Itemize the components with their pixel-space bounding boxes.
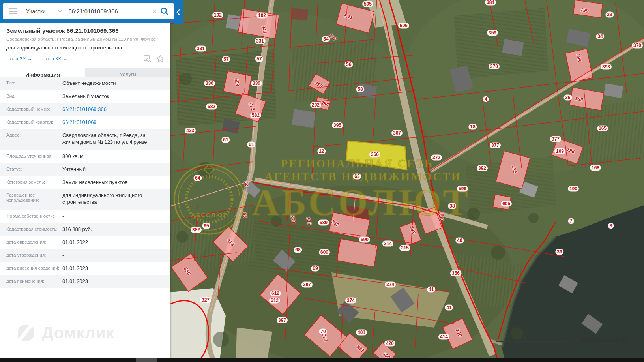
plan-zu-link[interactable]: План ЗУ → [6,56,32,62]
chevron-left-icon [176,9,180,15]
search-input[interactable] [68,8,150,15]
info-row-status: Статус: Учтенный [0,163,170,176]
map-attribution: ПКК © Росреестр 20 [579,337,628,343]
parcel-title: Земельный участок 66:21:0101069:366 [6,27,164,34]
map-canvas[interactable]: АБСОЛЮТ РЕГИОНАЛЬНАЯ СЕТЬ АГЕНТСТВ НЕДВИ… [170,0,644,362]
cadastral-map-app: АБСОЛЮТ РЕГИОНАЛЬНАЯ СЕТЬ АГЕНТСТВ НЕДВИ… [0,0,644,362]
watermark-line1: РЕГИОНАЛЬНАЯ СЕТЬ [281,157,433,170]
domclick-watermark: Домклик [16,323,114,343]
info-rows: Тип: Объект недвижимости Вид: Земельный … [0,77,170,288]
cadastral-number-link[interactable]: 66:21:0101069:366 [62,103,107,113]
watermark-emblem-text: АБСОЛЮТ [191,212,227,218]
view-on-map-icon[interactable] [144,55,152,62]
collapse-panel-button[interactable] [174,0,183,24]
info-row-entry-date: дата внесения сведений: 01.01.2023 [0,262,170,275]
info-row-address: Адрес: Свердловская область, г Ревда, за… [0,129,170,150]
map-viewport[interactable]: АБСОЛЮТ РЕГИОНАЛЬНАЯ СЕТЬ АГЕНТСТВ НЕДВИ… [170,0,644,362]
info-row-type: Тип: Объект недвижимости [0,77,170,90]
info-row-cadastral-number: Кадастровый номер: 66:21:0101069:366 [0,103,170,116]
search-icon[interactable] [160,7,169,16]
info-row-cadastral-value: Кадастровая стоимость: 316 888 руб. [0,223,170,236]
parcel-address-subtitle: Свердловская область, г Ревда, за жилым … [6,37,164,41]
menu-icon[interactable] [9,7,17,15]
favorite-star-icon[interactable] [156,55,164,62]
info-row-area: Площадь уточненная: 800 кв. м [0,150,170,163]
info-row-determination-date: дата определения: 01.01.2022 [0,236,170,249]
chevron-down-icon[interactable] [58,10,62,13]
plan-kk-link[interactable]: План КК → [42,56,67,62]
info-row-application-date: дата применения: 01.01.2023 [0,275,170,288]
parcel-usage: для индивидуального жилищного строительс… [6,45,164,51]
info-row-cadastral-block: Кадастровый квартал: 66:21:0101069 [0,116,170,129]
cadastral-block-link[interactable]: 66:21:0101069 [62,116,97,126]
search-category-dropdown[interactable]: Участки [26,8,46,14]
bottom-strip-segment [136,358,157,362]
info-row-ownership-form: Форма собственности: - [0,210,170,223]
info-row-kind: Вид: Земельный участок [0,90,170,103]
info-row-land-category: Категория земель: Земли населённых пункт… [0,176,170,189]
info-panel: Земельный участок 66:21:0101069:366 Свер… [0,23,170,362]
clear-search-icon[interactable]: × [150,7,159,16]
info-row-approval-date: дата утверждения: - [0,249,170,262]
watermark-big: АБСОЛЮТ [252,181,471,223]
info-row-permitted-use: Разрешенное использование: для индивидуа… [0,189,170,210]
search-bar: Участки × [3,3,174,19]
scale-label: 30 м [520,334,531,340]
domclick-logo-icon [16,323,36,343]
bottom-strip [0,358,644,362]
